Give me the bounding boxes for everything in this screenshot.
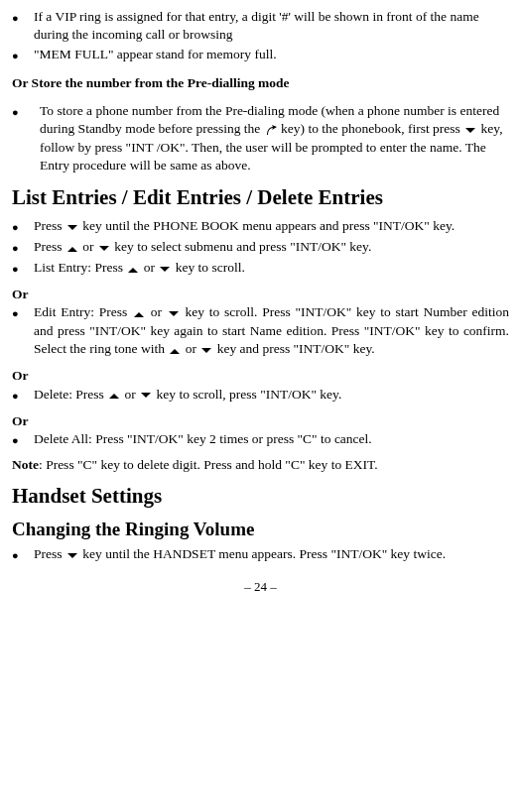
up-arrow-icon bbox=[132, 304, 146, 322]
up-arrow-icon bbox=[107, 386, 121, 404]
item-text: Delete All: Press "INT/OK" key 2 times o… bbox=[34, 430, 509, 448]
text-frag: Edit Entry: Press bbox=[34, 304, 132, 319]
item-text: Press or key to select submenu and press… bbox=[34, 238, 509, 257]
bullet-icon: ● bbox=[12, 545, 34, 564]
list-item: ● Edit Entry: Press or key to scroll. Pr… bbox=[12, 303, 509, 359]
down-arrow-icon bbox=[97, 239, 111, 257]
item-text: Press key until the PHONE BOOK menu appe… bbox=[34, 217, 509, 236]
note-line: Note: Press "C" key to delete digit. Pre… bbox=[12, 456, 509, 474]
heading-handset: Handset Settings bbox=[12, 482, 509, 510]
delete-list: ● Delete: Press or key to scroll, press … bbox=[12, 386, 509, 405]
bullet-icon: ● bbox=[12, 102, 40, 175]
text-frag: key to select submenu and press "INT/OK"… bbox=[114, 239, 371, 254]
heading-ringing: Changing the Ringing Volume bbox=[12, 517, 509, 542]
down-arrow-icon bbox=[65, 218, 79, 236]
text-frag: key until the HANDSET menu appears. Pres… bbox=[82, 546, 446, 561]
item-text: "MEM FULL" appear stand for memory full. bbox=[34, 46, 509, 63]
store-heading: Or Store the number from the Pre-diallin… bbox=[12, 74, 509, 92]
bullet-icon: ● bbox=[12, 238, 34, 257]
list-item: ● If a VIP ring is assigned for that ent… bbox=[12, 8, 509, 44]
down-arrow-icon bbox=[167, 304, 181, 322]
list-item: ● Press key until the PHONE BOOK menu ap… bbox=[12, 217, 509, 236]
list-item: ● Press or key to select submenu and pre… bbox=[12, 238, 509, 257]
bullet-icon: ● bbox=[12, 217, 34, 236]
or-label: Or bbox=[12, 286, 509, 303]
text-frag: or bbox=[151, 304, 167, 319]
text-frag: List Entry: Press bbox=[34, 260, 126, 275]
bullet-icon: ● bbox=[12, 430, 34, 448]
note-label: Note bbox=[12, 457, 39, 472]
bullet-icon: ● bbox=[12, 303, 34, 359]
bullet-icon: ● bbox=[12, 46, 34, 63]
text-frag: key) to the phonebook, first press bbox=[281, 121, 463, 136]
up-arrow-icon bbox=[168, 341, 182, 359]
text-frag: key to scroll. bbox=[176, 260, 245, 275]
text-frag: key until the PHONE BOOK menu appears an… bbox=[82, 218, 455, 233]
item-text: To store a phone number from the Pre-dia… bbox=[40, 102, 509, 175]
bullet-icon: ● bbox=[12, 259, 34, 278]
list-item: ● List Entry: Press or key to scroll. bbox=[12, 259, 509, 278]
item-text: If a VIP ring is assigned for that entry… bbox=[34, 8, 509, 44]
text-frag: Press bbox=[34, 239, 65, 254]
bullet-icon: ● bbox=[12, 386, 34, 405]
text-frag: Press bbox=[34, 218, 65, 233]
item-text: Edit Entry: Press or key to scroll. Pres… bbox=[34, 303, 509, 359]
top-bullets: ● If a VIP ring is assigned for that ent… bbox=[12, 8, 509, 64]
down-arrow-icon bbox=[65, 546, 79, 564]
down-arrow-icon bbox=[139, 386, 153, 404]
heading-list-entries: List Entries / Edit Entries / Delete Ent… bbox=[12, 183, 509, 211]
up-arrow-icon bbox=[126, 260, 140, 278]
text-frag: or bbox=[144, 260, 159, 275]
list-item: ● To store a phone number from the Pre-d… bbox=[12, 102, 509, 175]
text-frag: or bbox=[186, 341, 200, 356]
call-key-icon bbox=[264, 121, 278, 139]
entries-list: ● Press key until the PHONE BOOK menu ap… bbox=[12, 217, 509, 278]
text-frag: or bbox=[82, 239, 97, 254]
up-arrow-icon bbox=[65, 239, 79, 257]
list-item: ● "MEM FULL" appear stand for memory ful… bbox=[12, 46, 509, 63]
text-frag: key and press "INT/OK" key. bbox=[217, 341, 375, 356]
deleteall-list: ● Delete All: Press "INT/OK" key 2 times… bbox=[12, 430, 509, 448]
bullet-icon: ● bbox=[12, 8, 34, 44]
down-arrow-icon bbox=[463, 121, 477, 139]
down-arrow-icon bbox=[158, 260, 172, 278]
store-list: ● To store a phone number from the Pre-d… bbox=[12, 102, 509, 175]
text-frag: Delete: Press bbox=[34, 387, 107, 402]
list-item: ● Delete: Press or key to scroll, press … bbox=[12, 386, 509, 405]
or-label: Or bbox=[12, 412, 509, 430]
edit-list: ● Edit Entry: Press or key to scroll. Pr… bbox=[12, 303, 509, 359]
list-item: ● Delete All: Press "INT/OK" key 2 times… bbox=[12, 430, 509, 448]
list-item: ● Press key until the HANDSET menu appea… bbox=[12, 545, 509, 564]
ring-list: ● Press key until the HANDSET menu appea… bbox=[12, 545, 509, 564]
note-text: : Press "C" key to delete digit. Press a… bbox=[39, 457, 378, 472]
text-frag: Press bbox=[34, 546, 65, 561]
item-text: List Entry: Press or key to scroll. bbox=[34, 259, 509, 278]
text-frag: or bbox=[125, 387, 140, 402]
item-text: Delete: Press or key to scroll, press "I… bbox=[34, 386, 509, 405]
or-label: Or bbox=[12, 367, 509, 385]
page-number: – 24 – bbox=[12, 578, 509, 596]
text-frag: key to scroll, press "INT/OK" key. bbox=[157, 387, 342, 402]
item-text: Press key until the HANDSET menu appears… bbox=[34, 545, 509, 564]
down-arrow-icon bbox=[199, 341, 213, 359]
